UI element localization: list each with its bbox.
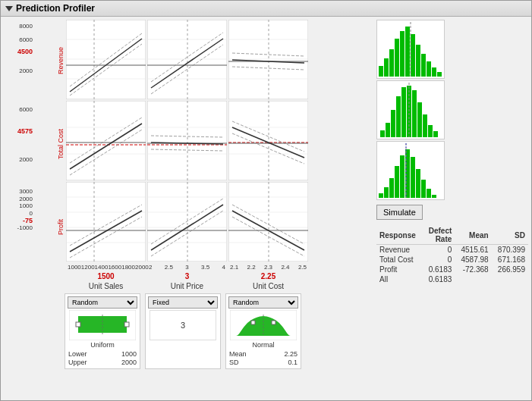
left-section: 8000 6000 4500 2000 6000 4575 2000 3000 xyxy=(4,20,373,397)
table-row: All 0.6183 xyxy=(376,274,528,284)
profit-mean: -72.368 xyxy=(455,265,491,274)
response-histograms xyxy=(376,20,528,200)
unitsales-control: Random Fixed KDE U xyxy=(65,293,140,369)
unitsales-dist-name: Uniform xyxy=(90,341,115,349)
charts-columns: 100012001400160018002000 22.533.54 2.12.… xyxy=(66,20,308,290)
th-response: Response xyxy=(376,226,423,245)
unitcost-params: Mean 2.25 SD 0.1 xyxy=(229,350,297,366)
unitsales-name: Unit Sales xyxy=(66,282,146,290)
mean-label: Mean xyxy=(229,350,263,358)
sd-label: SD xyxy=(229,359,263,366)
svg-rect-86 xyxy=(76,322,80,327)
svg-rect-125 xyxy=(400,155,405,198)
totalcost-y-area: 6000 4575 2000 xyxy=(4,103,33,185)
upper-label: Upper xyxy=(68,359,102,366)
unitprice-fixed-display: 3 xyxy=(150,310,216,340)
bottom-controls: Random Fixed KDE U xyxy=(65,293,373,369)
panel-body: 8000 6000 4500 2000 6000 4575 2000 3000 xyxy=(1,17,531,400)
upper-value: 2000 xyxy=(105,359,137,366)
totalcost-sd: 671.168 xyxy=(492,255,528,265)
unitcost-dist-chart xyxy=(230,310,297,340)
svg-rect-27 xyxy=(66,101,146,180)
chart-unitcost-profit xyxy=(228,182,308,262)
stats-area: Response DefectRate Mean SD Revenue 0 45… xyxy=(376,226,528,284)
svg-rect-95 xyxy=(384,58,389,77)
svg-rect-64 xyxy=(147,182,227,262)
lower-value: 1000 xyxy=(105,350,137,358)
unitcost-current-val: 2.25 xyxy=(228,272,308,280)
chart-unitsales-revenue xyxy=(66,20,146,99)
profit-label: Profit xyxy=(34,186,65,268)
chart-svg-2-1 xyxy=(66,101,146,180)
revenue-name: Revenue xyxy=(376,245,423,255)
unitprice-control: Fixed Random KDE 3 xyxy=(145,293,221,369)
profit-name: Profit xyxy=(376,265,423,274)
unitsales-dist-chart xyxy=(69,310,136,340)
svg-rect-128 xyxy=(416,169,420,198)
collapse-icon[interactable] xyxy=(5,6,13,11)
revenue-hist-svg xyxy=(377,20,444,78)
unitprice-name: Unit Price xyxy=(147,282,227,290)
totalcost-hist-svg xyxy=(377,81,444,139)
svg-rect-94 xyxy=(379,66,383,77)
svg-rect-98 xyxy=(400,31,405,77)
all-name: All xyxy=(376,274,423,284)
svg-rect-112 xyxy=(401,87,406,137)
svg-rect-111 xyxy=(396,96,401,137)
unitcost-dist-select[interactable]: Random Fixed KDE xyxy=(228,296,298,309)
chart-svg-3-3 xyxy=(228,182,308,262)
svg-rect-90 xyxy=(251,321,255,324)
prediction-profiler-panel: Prediction Profiler 8000 6000 4500 2000 xyxy=(0,0,532,401)
svg-rect-117 xyxy=(428,125,433,137)
th-mean: Mean xyxy=(455,226,491,245)
chart-svg-1-3 xyxy=(228,20,308,99)
table-row: Total Cost 0 4587.98 671.168 xyxy=(376,255,528,265)
panel-header: Prediction Profiler xyxy=(1,1,531,17)
svg-rect-101 xyxy=(416,45,420,77)
charts-row-1 xyxy=(66,20,308,99)
svg-rect-129 xyxy=(421,180,426,198)
svg-rect-18 xyxy=(228,20,308,99)
chart-unitprice-revenue xyxy=(147,20,227,99)
revenue-y-area: 8000 6000 4500 2000 xyxy=(4,20,33,102)
svg-rect-122 xyxy=(384,187,389,198)
table-row: Profit 0.6183 -72.368 266.959 xyxy=(376,265,528,274)
unitcost-name: Unit Cost xyxy=(228,282,308,290)
lower-label: Lower xyxy=(68,350,102,358)
unitcost-xticks: 2.12.22.32.42.5 xyxy=(228,264,308,271)
sd-value: 0.1 xyxy=(266,359,297,366)
svg-rect-0 xyxy=(66,20,146,99)
unitcost-control: Random Fixed KDE N xyxy=(225,293,301,369)
all-mean xyxy=(455,274,491,284)
chart-svg-1-1 xyxy=(66,20,146,99)
chart-svg-3-2 xyxy=(147,182,227,262)
revenue-sd: 870.399 xyxy=(492,245,528,255)
svg-rect-103 xyxy=(427,61,431,77)
simulate-button[interactable]: Simulate xyxy=(376,205,423,220)
svg-rect-123 xyxy=(389,178,394,198)
revenue-mean: 4515.61 xyxy=(455,245,491,255)
unitprice-dist-select[interactable]: Fixed Random KDE xyxy=(148,296,218,309)
profit-hist-svg xyxy=(377,142,444,199)
right-section: Simulate Response DefectRate Mean SD xyxy=(376,20,528,397)
svg-rect-127 xyxy=(411,157,415,198)
svg-rect-102 xyxy=(421,54,426,77)
svg-rect-45 xyxy=(228,101,308,180)
svg-rect-105 xyxy=(437,72,442,77)
chart-svg-2-3 xyxy=(228,101,308,180)
totalcost-name: Total Cost xyxy=(376,255,423,265)
profit-sd: 266.959 xyxy=(492,265,528,274)
svg-rect-109 xyxy=(386,123,390,137)
th-defect-rate: DefectRate xyxy=(423,226,455,245)
svg-rect-116 xyxy=(423,114,427,137)
profit-y-area: 3000 2000 1000 0 -75 -1000 xyxy=(4,186,33,268)
unitsales-dist-select[interactable]: Random Fixed KDE xyxy=(68,296,137,309)
svg-rect-100 xyxy=(411,34,415,77)
svg-rect-121 xyxy=(379,193,383,198)
all-defect: 0.6183 xyxy=(423,274,455,284)
y-labels-col: 8000 6000 4500 2000 6000 4575 2000 3000 xyxy=(4,20,33,290)
unitcost-dist-name: Normal xyxy=(252,341,274,349)
svg-rect-118 xyxy=(433,131,438,137)
unitprice-current-val: 3 xyxy=(147,272,227,280)
chart-unitcost-totalcost xyxy=(228,101,308,180)
